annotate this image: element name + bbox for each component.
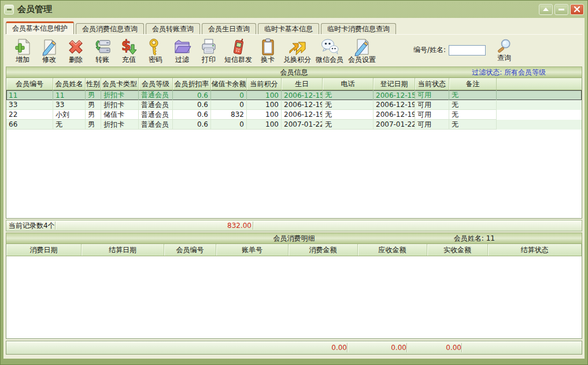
table-cell: 普通会员 [139,100,173,110]
toolbar-button-member-settings[interactable]: 会员设置 [346,37,378,64]
toolbar-button-label: 短信群发 [224,56,252,64]
tab-4[interactable]: 会员生日查询 [202,23,256,34]
tab-5[interactable]: 临时卡基本信息 [258,23,319,34]
table-cell: 11 [53,90,86,100]
toolbar-button-change-card[interactable]: 换卡 [254,37,281,64]
toolbar-button-print[interactable]: 打印 [195,37,222,64]
column-header: 会员卡类型 [101,78,139,90]
table-cell: 折扣卡 [101,120,139,130]
toolbar-button-label: 增加 [16,56,29,64]
table-cell: 普通会员 [139,120,173,130]
toolbar-button-delete[interactable]: 删除 [62,37,89,64]
toolbar-button-exchange-points[interactable]: 兑换积分 [281,37,313,64]
transfer-icon [93,38,112,56]
table-cell: 2006-12-19 [373,100,415,110]
tab-strip: 会员基本信息维护会员消费信息查询会员转账查询会员生日查询临时卡基本信息临时卡消费… [6,18,582,34]
toolbar-button-label: 过滤 [175,56,189,64]
toolbar-button-label: 充值 [122,56,136,64]
table-row[interactable]: 1111男折扣卡普通会员0.601002006-12-15无2006-12-15… [6,90,582,100]
table-cell: 33 [6,100,53,110]
filter-folder-icon [173,38,191,56]
table-row[interactable]: 22小刘男储值卡普通会员0.68321002006-12-19无2006-12-… [6,110,582,120]
recharge-icon: $ [120,38,138,56]
table-cell: 可用 [415,100,449,110]
record-status-bar: 当前记录数4个 832.00 [6,220,582,231]
tab-1[interactable]: 会员基本信息维护 [6,21,74,34]
record-count: 当前记录数4个 [9,220,55,231]
column-header: 储值卡余额 [211,78,247,90]
table-cell: 2006-12-19 [282,110,323,120]
filter-status: 过滤状态: 所有会员等级 [472,67,546,78]
column-header: 账单号 [216,244,289,256]
app-icon [4,5,14,14]
tab-6[interactable]: 临时卡消费信息查询 [321,23,396,34]
edit-icon [40,38,58,56]
tab-2[interactable]: 会员消费信息查询 [76,23,144,34]
maximize-icon [543,8,549,11]
table-cell: 22 [6,110,53,120]
exchange-points-icon [288,38,306,56]
table-row[interactable]: 66无男折扣卡普通会员0.601002007-01-22无2007-01-22可… [6,120,582,130]
toolbar-button-password-key[interactable]: 密码 [142,37,169,64]
column-header: 消费金额 [289,244,358,256]
wechat-icon [320,38,339,56]
toolbar-button-label: 打印 [202,56,216,64]
tab-3[interactable]: 会员转账查询 [146,23,200,34]
column-header: 会员折扣率 [173,78,211,90]
toolbar-button-label: 换卡 [261,56,275,64]
table-cell: 普通会员 [139,90,173,100]
add-icon [13,38,32,56]
window-controls [539,4,584,15]
toolbar-button-wechat[interactable]: 微信会员 [313,37,346,64]
table-cell: 可用 [415,110,449,120]
member-info-header: 会员信息 过滤状态: 所有会员等级 [6,67,582,78]
received-total: 0.00 [398,341,461,354]
maximize-button[interactable] [539,4,553,15]
change-card-icon [258,38,277,56]
table-cell: 0 [211,90,247,100]
consumption-title: 会员消费明细 [273,234,315,244]
column-header: 生日 [282,78,323,90]
table-cell: 66 [6,120,53,130]
table-cell: 无 [449,100,497,110]
table-cell: 男 [86,90,101,100]
toolbar-button-label: 兑换积分 [283,56,311,64]
column-header: 结算状态 [488,244,582,256]
search-button[interactable]: 查询 [495,38,513,62]
column-header: 会员编号 [164,244,216,256]
table-cell: 0.6 [173,110,211,120]
toolbar: 增加修改删除转账$充值密码过滤打印短信群发换卡兑换积分微信会员会员设置 编号/姓… [6,34,582,65]
column-header: 实收金额 [427,244,488,256]
search-input[interactable] [449,45,486,56]
status-separator [55,222,56,230]
column-header: 电话 [323,78,373,90]
column-header: 结算日期 [82,244,164,256]
receivable-total: 0.00 [343,341,406,354]
table-row[interactable]: 3333男折扣卡普通会员0.601002006-12-19无2006-12-19… [6,100,582,110]
titlebar: 会员管理 [1,1,587,18]
table-cell: 无 [449,90,497,100]
table-header-row: 消费日期结算日期会员编号账单号消费金额应收金额实收金额结算状态 [6,244,582,256]
toolbar-button-label: 修改 [42,56,56,64]
toolbar-button-filter-folder[interactable]: 过滤 [169,37,195,64]
toolbar-button-recharge[interactable]: $充值 [116,37,142,64]
toolbar-button-edit[interactable]: 修改 [36,37,62,64]
toolbar-button-sms-phone[interactable]: 短信群发 [222,37,254,64]
table-cell: 2006-12-15 [282,90,323,100]
table-cell: 100 [247,110,282,120]
minimize-icon [559,9,564,10]
table-cell: 无 [323,90,373,100]
status-separator [253,222,253,230]
window-body: 会员基本信息维护会员消费信息查询会员转账查询会员生日查询临时卡基本信息临时卡消费… [3,18,585,359]
table-cell: 无 [323,100,373,110]
table-cell: 2006-12-19 [373,110,415,120]
delete-icon [66,38,85,56]
close-button[interactable] [570,4,584,15]
minimize-button[interactable] [554,4,568,15]
svg-text:$: $ [121,38,131,54]
toolbar-button-label: 密码 [149,56,162,64]
toolbar-button-label: 会员设置 [348,56,376,64]
toolbar-button-transfer[interactable]: 转账 [89,37,116,64]
password-key-icon [146,38,165,56]
toolbar-button-add[interactable]: 增加 [9,37,36,64]
